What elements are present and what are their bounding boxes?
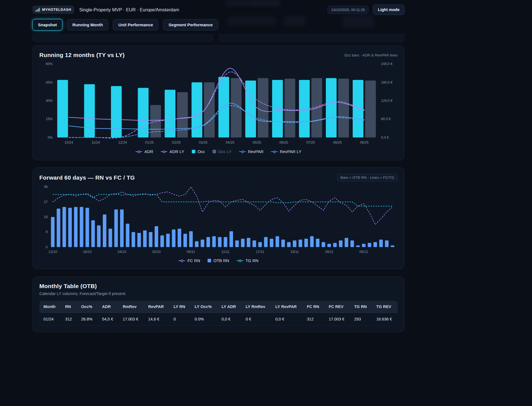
legend-label: FC RN: [187, 258, 200, 263]
tab-segment-performance[interactable]: Segment Performance: [163, 19, 218, 30]
table-header: MonthRNOcc%ADRRmRevRevPARLY RNLY Occ%LY …: [39, 301, 398, 313]
svg-text:02/25: 02/25: [172, 141, 181, 144]
svg-text:04/25: 04/25: [226, 141, 234, 144]
legend-label: RevPAR: [248, 149, 264, 154]
app-header: MYHOTELDASH Single-Property MVP · EUR · …: [32, 0, 405, 34]
monthly-table-card: Monthly Table (OTB) Calendar LY columns;…: [32, 276, 405, 332]
column-header-ly-rmrev: LY RmRev: [242, 301, 271, 313]
column-header-revpar: RevPAR: [144, 301, 170, 313]
svg-text:18/10: 18/10: [83, 250, 91, 254]
svg-text:07/25: 07/25: [306, 141, 315, 144]
logo-bars-icon: [35, 8, 40, 12]
table-cell: 312: [303, 313, 325, 326]
legend-item-tg-rn[interactable]: TG RN: [237, 258, 259, 263]
table-cell: 312: [61, 313, 77, 326]
forward-60-days-card: Forward 60 days — RN vs FC / TG Bars = O…: [32, 167, 405, 269]
legend-item-occ[interactable]: Occ: [192, 149, 205, 154]
legend-line-icon: [239, 150, 246, 153]
column-header-occ-: Occ%: [77, 301, 98, 313]
svg-text:23/11: 23/11: [290, 250, 299, 254]
table-body: 01/2431226.8%54,5 €17.003 €14,6 €00.0%0,…: [39, 313, 398, 326]
page-title: Single-Property MVP · EUR · Europe/Amste…: [79, 7, 179, 12]
table-cell: 54,5 €: [98, 313, 119, 326]
legend-label: Occ LY: [218, 149, 232, 154]
table-cell: 0.0%: [191, 313, 218, 326]
legend-label: TG RN: [245, 258, 259, 263]
legend-label: RevPAR LY: [280, 149, 301, 154]
running-12-months-legend: ADRADR LYOccOcc LYRevPARRevPAR LY: [39, 149, 398, 154]
table-cell: 16.636 €: [372, 313, 398, 326]
legend-line-icon: [178, 259, 185, 262]
legend-item-revpar-ly[interactable]: RevPAR LY: [271, 149, 301, 154]
column-header-month: Month: [39, 301, 61, 313]
legend-label: ADR: [144, 149, 153, 154]
legend-line-icon: [135, 150, 142, 153]
app-logo-text: MYHOTELDASH: [42, 8, 71, 12]
svg-text:17/11: 17/11: [256, 250, 264, 254]
legend-swatch-icon: [192, 150, 195, 153]
forward-60-days-chart: 0918273612/1018/1024/1030/1005/1111/1117…: [39, 184, 398, 255]
legend-item-adr-ly[interactable]: ADR LY: [161, 149, 184, 154]
table-cell: 0: [169, 313, 190, 326]
svg-text:05/11: 05/11: [187, 250, 195, 254]
legend-item-fc-rn[interactable]: FC RN: [178, 258, 200, 263]
svg-text:0,0 €: 0,0 €: [381, 136, 389, 139]
column-header-adr: ADR: [98, 301, 119, 313]
svg-text:120,0 €: 120,0 €: [381, 99, 393, 103]
svg-text:45%: 45%: [46, 81, 53, 84]
legend-label: OTB RN: [213, 258, 229, 263]
column-header-ly-adr: LY ADR: [218, 301, 242, 313]
table-cell: 0,0 €: [218, 313, 242, 326]
svg-text:05/12: 05/12: [359, 250, 368, 254]
svg-text:10/24: 10/24: [65, 141, 73, 144]
running-12-months-note: Occ bars · ADR & RevPAR lines: [344, 53, 398, 57]
svg-text:09/25: 09/25: [360, 141, 369, 144]
table-cell: 26.8%: [77, 313, 98, 326]
legend-label: ADR LY: [170, 149, 184, 154]
column-header-rmrev: RmRev: [119, 301, 144, 313]
tab-snapshot[interactable]: Snapshot: [32, 19, 62, 30]
table-cell: 17.003 €: [119, 313, 144, 326]
legend-item-occ-ly[interactable]: Occ LY: [213, 149, 232, 154]
forward-60-days-note: Bars = OTB RN · Lines = FC/TG: [337, 174, 398, 181]
running-12-months-title: Running 12 months (TY vs LY): [39, 52, 125, 58]
monthly-table-title: Monthly Table (OTB): [39, 283, 398, 289]
table-cell: 0 €: [242, 313, 271, 326]
svg-text:18: 18: [44, 215, 48, 219]
legend-swatch-icon: [213, 150, 216, 153]
light-mode-button[interactable]: Light mode: [373, 4, 405, 15]
tab-running-month[interactable]: Running Month: [67, 19, 108, 30]
legend-line-icon: [271, 150, 278, 153]
svg-text:05/25: 05/25: [252, 141, 261, 144]
svg-text:12/24: 12/24: [118, 141, 127, 144]
legend-item-otb-rn[interactable]: OTB RN: [208, 258, 229, 263]
table-cell: 17.003 €: [324, 313, 350, 326]
svg-text:36: 36: [44, 185, 48, 189]
table-cell: 0,0 €: [271, 313, 303, 326]
legend-swatch-icon: [208, 259, 211, 262]
legend-item-revpar[interactable]: RevPAR: [239, 149, 264, 154]
monthly-otb-table: MonthRNOcc%ADRRmRevRevPARLY RNLY Occ%LY …: [39, 301, 398, 326]
column-header-tg-rev: TG REV: [372, 301, 398, 313]
timestamp: 13/10/2025, 00:11:25: [328, 6, 369, 14]
column-header-fc-rev: FC REV: [324, 301, 350, 313]
table-cell: 293: [350, 313, 372, 326]
svg-text:240,0 €: 240,0 €: [381, 62, 393, 66]
column-header-rn: RN: [61, 301, 77, 313]
svg-text:9: 9: [46, 230, 48, 234]
tab-unit-performance[interactable]: Unit Performance: [113, 19, 158, 30]
table-cell: 01/24: [39, 313, 61, 326]
legend-line-icon: [237, 259, 243, 262]
app-container: MYHOTELDASH Single-Property MVP · EUR · …: [32, 0, 405, 332]
legend-item-adr[interactable]: ADR: [135, 149, 153, 154]
table-cell: 14,6 €: [144, 313, 170, 326]
table-header-row: MonthRNOcc%ADRRmRevRevPARLY RNLY Occ%LY …: [39, 301, 398, 313]
column-header-ly-rn: LY RN: [169, 301, 190, 313]
svg-text:60%: 60%: [46, 62, 53, 66]
table-row: 01/2431226.8%54,5 €17.003 €14,6 €00.0%0,…: [39, 313, 398, 326]
svg-text:03/25: 03/25: [199, 141, 207, 144]
column-header-ly-occ-: LY Occ%: [191, 301, 218, 313]
running-12-months-card: Running 12 months (TY vs LY) Occ bars · …: [32, 45, 405, 160]
column-header-fc-rn: FC RN: [303, 301, 325, 313]
svg-text:60,0 €: 60,0 €: [381, 117, 391, 121]
